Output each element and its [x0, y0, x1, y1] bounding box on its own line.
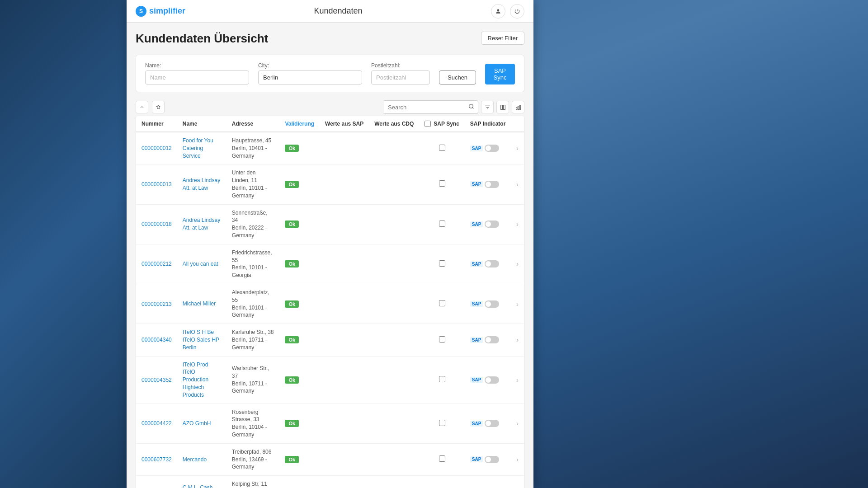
validierung-badge: Ok [285, 456, 299, 463]
cell-adresse: Rosenberg Strasse, 33Berlin, 10104 -Germ… [226, 404, 280, 443]
svg-point-1 [469, 104, 473, 108]
search-button[interactable] [465, 101, 478, 113]
search-input[interactable] [383, 101, 465, 113]
sap-toggle-switch[interactable] [485, 300, 499, 308]
sap-toggle-switch[interactable] [485, 221, 499, 228]
search-box [383, 100, 478, 114]
row-arrow[interactable]: › [511, 443, 524, 475]
cell-nummer: 0000004340 [136, 324, 177, 356]
sap-toggle-switch[interactable] [485, 260, 499, 267]
svg-rect-5 [518, 106, 519, 109]
sap-toggle-switch[interactable] [485, 456, 499, 463]
sap-sync-checkbox[interactable] [439, 300, 445, 306]
columns-icon-button[interactable] [496, 101, 509, 113]
table-row: 0000004422 AZO GmbH Rosenberg Strasse, 3… [136, 404, 524, 443]
cell-nummer: 0000000213 [136, 284, 177, 324]
sap-sync-checkbox[interactable] [439, 420, 445, 426]
sap-sync-checkbox[interactable] [439, 145, 445, 151]
sap-sync-checkbox[interactable] [439, 221, 445, 227]
cell-werte-sap [320, 404, 369, 443]
cell-sap-sync [419, 324, 464, 356]
validierung-badge: Ok [285, 260, 299, 267]
filter-name-label: Name: [145, 62, 249, 69]
sap-label: SAP [470, 221, 483, 227]
cell-adresse: Warlsruher Str., 37Berlin, 10711 -German… [226, 356, 280, 404]
svg-rect-2 [500, 105, 502, 109]
row-arrow[interactable]: › [511, 244, 524, 284]
reset-filter-button[interactable]: Reset Filter [481, 32, 524, 45]
row-arrow[interactable]: › [511, 476, 524, 488]
page-header: Kundendaten Übersicht Reset Filter [136, 32, 524, 46]
sap-label: SAP [470, 301, 483, 307]
sap-label: SAP [470, 456, 483, 462]
col-header-sap-indicator: SAP Indicator [465, 116, 511, 132]
col-header-arrow [511, 116, 524, 132]
table-row: 0000000012 Food for You Catering Service… [136, 132, 524, 164]
filter-postal-field: Postleitzahl: [371, 62, 430, 84]
sap-sync-checkbox[interactable] [439, 455, 445, 462]
cell-sap-sync [419, 356, 464, 404]
sap-indicator-toggle: SAP [470, 145, 505, 152]
logo-text: simplifier [149, 6, 185, 16]
svg-rect-3 [503, 105, 505, 109]
suchen-button[interactable]: Suchen [439, 70, 476, 84]
table-row: 0000004340 ITelO S H Be ITelO Sales HP B… [136, 324, 524, 356]
sap-sync-header-checkbox[interactable] [425, 121, 431, 127]
sap-toggle-switch[interactable] [485, 336, 499, 343]
filter-icon-button[interactable] [481, 101, 494, 113]
cell-validierung: Ok [279, 244, 320, 284]
sap-sync-button[interactable]: SAP Sync [485, 64, 515, 84]
row-arrow[interactable]: › [511, 204, 524, 244]
sap-sync-checkbox[interactable] [439, 336, 445, 343]
collapse-button[interactable] [136, 101, 148, 113]
row-arrow[interactable]: › [511, 356, 524, 404]
col-header-validierung: Validierung [279, 116, 320, 132]
sap-toggle-switch[interactable] [485, 420, 499, 427]
cell-werte-cdq [369, 284, 419, 324]
sap-sync-checkbox[interactable] [439, 180, 445, 187]
cell-werte-sap [320, 476, 369, 488]
cell-werte-cdq [369, 164, 419, 204]
cell-name: ITelO Prod ITelO Production Hightech Pro… [177, 356, 226, 404]
power-icon-button[interactable] [510, 4, 524, 19]
cell-sap-sync [419, 443, 464, 475]
cell-nummer: 0000000013 [136, 164, 177, 204]
svg-point-0 [497, 9, 500, 11]
filter-city-input[interactable] [258, 70, 362, 84]
row-arrow[interactable]: › [511, 324, 524, 356]
cell-sap-indicator: SAP [465, 324, 511, 356]
cell-werte-cdq [369, 132, 419, 164]
row-arrow[interactable]: › [511, 404, 524, 443]
sap-toggle-switch[interactable] [485, 181, 499, 188]
cell-nummer: 0000607793 [136, 476, 177, 488]
cell-name: Food for You Catering Service [177, 132, 226, 164]
sap-sync-checkbox[interactable] [439, 376, 445, 382]
cell-sap-sync [419, 404, 464, 443]
sap-toggle-switch[interactable] [485, 376, 499, 384]
cell-sap-sync [419, 164, 464, 204]
cell-adresse: Alexanderplatz, 55Berlin, 10101 -Germany [226, 284, 280, 324]
filter-postal-input[interactable] [371, 70, 430, 84]
app-container: S simplifier Kundendaten Kundendaten Übe… [127, 0, 533, 488]
sap-toggle-switch[interactable] [485, 145, 499, 152]
table-row: 0000607732 Mercando Treiberpfad, 806Berl… [136, 443, 524, 475]
sap-indicator-toggle: SAP [470, 456, 505, 463]
row-arrow[interactable]: › [511, 284, 524, 324]
sap-label: SAP [470, 421, 483, 427]
cell-adresse: Treiberpfad, 806Berlin, 13469 -Germany [226, 443, 280, 475]
sap-indicator-toggle: SAP [470, 181, 505, 188]
cell-sap-indicator: SAP [465, 476, 511, 488]
chart-icon-button[interactable] [512, 101, 524, 113]
header-actions [491, 4, 524, 19]
cell-werte-sap [320, 244, 369, 284]
cell-werte-cdq [369, 204, 419, 244]
pin-button[interactable] [152, 101, 165, 113]
row-arrow[interactable]: › [511, 164, 524, 204]
user-icon-button[interactable] [491, 4, 505, 19]
cell-validierung: Ok [279, 404, 320, 443]
cell-validierung: Ok [279, 443, 320, 475]
sap-sync-checkbox[interactable] [439, 260, 445, 267]
cell-sap-indicator: SAP [465, 164, 511, 204]
row-arrow[interactable]: › [511, 132, 524, 164]
filter-name-input[interactable] [145, 70, 249, 84]
